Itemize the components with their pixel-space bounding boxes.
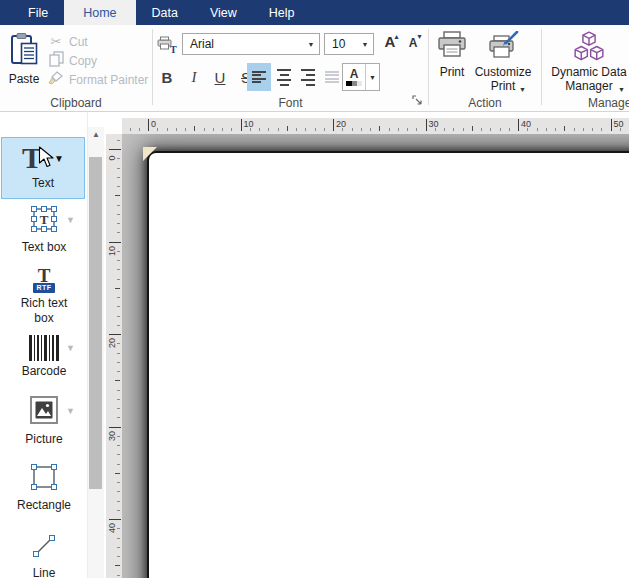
ruler-tick [592,128,593,131]
paste-icon [9,32,39,69]
chevron-down-icon[interactable]: ▼ [357,41,373,48]
font-color-button[interactable]: A ▼ [342,63,380,91]
font-color-letter: A [350,68,359,80]
ruler-tick [117,445,120,446]
align-left-icon [252,69,266,85]
ruler-tick [109,427,121,428]
align-left-button[interactable] [247,63,271,91]
ruler-tick [117,362,120,363]
ruler-tick [117,547,120,548]
manage-group-label: Manager [588,96,629,110]
ruler-tick [407,128,408,131]
rich-text-icon: T RTF [33,267,55,293]
tool-rich-text-box[interactable]: T RTF Rich text box [0,267,88,326]
text-box-dropdown-icon[interactable]: ▼ [66,215,75,225]
bold-button[interactable]: B [155,63,179,91]
ruler-tick [361,128,362,131]
ruler-tick [185,128,186,131]
ruler-tick [117,491,120,492]
tab-data[interactable]: Data [136,0,194,25]
tool-picture[interactable]: ▼ Picture [0,395,88,447]
label-page[interactable] [147,151,629,578]
horizontal-ruler: 01020304050 [122,118,629,134]
ruler-tick [130,128,131,131]
group-separator [152,29,153,105]
ruler-tick [109,519,121,520]
ruler-tick [379,126,380,131]
ruler-tick [139,128,140,131]
scrollbar-thumb[interactable] [89,157,102,489]
design-canvas[interactable] [122,134,629,578]
ruler-tick [117,501,120,502]
ruler-tick [583,128,584,131]
ruler-tick [398,128,399,131]
ruler-tick [537,128,538,131]
group-separator [428,29,429,105]
italic-button[interactable]: I [182,63,206,91]
barcode-dropdown-icon[interactable]: ▼ [66,343,75,353]
ruler-tick [241,119,242,131]
grow-font-button[interactable]: A ▲ [379,33,401,55]
ruler-tick [167,128,168,131]
underline-button[interactable]: U [208,63,232,91]
cut-button[interactable]: ✂ Cut [46,32,88,51]
toolbox-scrollbar[interactable]: ▲ [88,127,104,578]
ruler-tick [509,128,510,131]
ruler-tick [204,128,205,131]
dynamic-data-manager-button[interactable]: Dynamic Data Manager ▼ [548,31,629,93]
ruler-tick [231,128,232,131]
ruler-tick [117,510,120,511]
ruler-tick [463,128,464,131]
tool-rectangle[interactable]: Rectangle [0,463,88,513]
print-button[interactable]: Print [434,31,470,79]
ruler-tick [213,128,214,131]
cut-icon: ✂ [46,34,66,49]
svg-text:T: T [40,212,49,227]
ruler-tick [117,556,120,557]
ruler-tick [117,297,120,298]
ruler-tick [315,128,316,131]
font-color-dropdown[interactable]: ▼ [366,64,379,90]
grow-font-caret-icon: ▲ [393,33,400,40]
format-painter-button[interactable]: Format Painter [46,70,148,89]
tab-help[interactable]: Help [253,0,311,25]
ruler-tick [117,436,120,437]
shrink-font-button[interactable]: A ▼ [402,33,424,55]
tool-line[interactable]: Line [0,533,88,578]
customize-print-button[interactable]: Customize Print ▼ [470,31,536,93]
align-right-button[interactable] [296,63,320,91]
align-center-button[interactable] [272,63,296,91]
printer-font-icon[interactable]: T [157,36,177,54]
paste-label: Paste [9,72,40,86]
ruler-tick [296,128,297,131]
tool-text-box[interactable]: T ▼ Text box [0,205,88,255]
scrollbar-up-arrow[interactable]: ▲ [88,130,104,139]
ruler-tick [117,251,120,252]
tab-home[interactable]: Home [64,0,135,25]
ruler-tick [117,538,120,539]
ruler-tick [333,119,334,131]
tool-barcode[interactable]: ▼ Barcode [0,335,88,379]
rectangle-icon [30,463,58,495]
chevron-down-icon[interactable]: ▼ [303,41,319,48]
ruler-tick [117,269,120,270]
font-size-combobox[interactable]: 10 ▼ [324,33,374,55]
ruler-tick [268,128,269,131]
ruler-tick [117,177,120,178]
clipboard-group-label: Clipboard [0,96,152,110]
tab-file[interactable]: File [12,0,64,25]
paste-button[interactable]: Paste [4,29,44,95]
group-separator [541,29,542,105]
ruler-tick [117,464,120,465]
tab-view[interactable]: View [194,0,253,25]
main-area: T ▼ Text T ▼ [0,112,629,578]
ruler-tick [117,186,120,187]
ruler-tick [109,334,121,335]
ruler-label: 40 [521,119,531,129]
ruler-tick [564,126,565,131]
ruler-tick [148,119,149,131]
font-family-combobox[interactable]: Arial ▼ [182,33,320,55]
ruler-tick [117,232,120,233]
copy-button[interactable]: Copy [46,51,97,70]
picture-dropdown-icon[interactable]: ▼ [66,406,75,416]
